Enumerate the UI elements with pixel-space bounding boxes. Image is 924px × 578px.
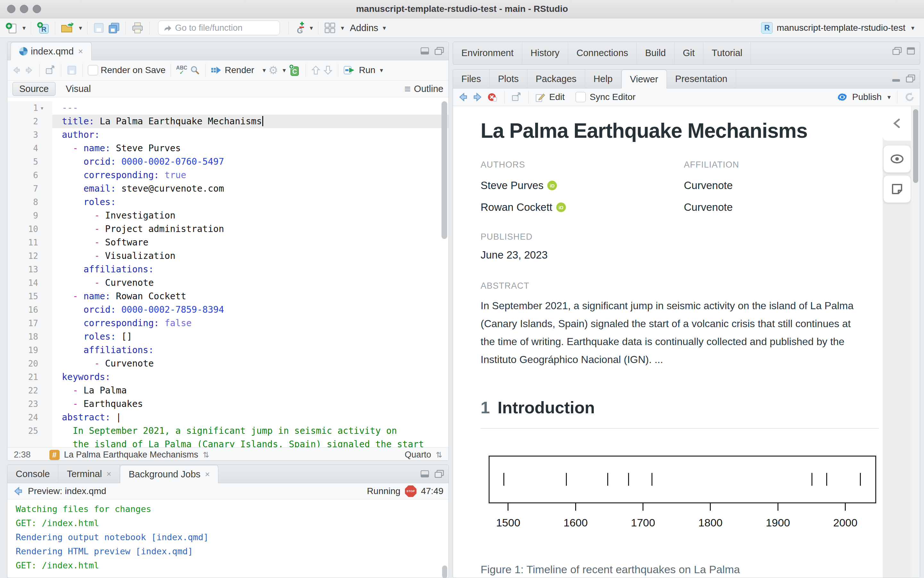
- save-icon[interactable]: [93, 22, 105, 34]
- restore-pane-icon[interactable]: [892, 47, 902, 55]
- editor-scrollbar[interactable]: [441, 101, 447, 239]
- back-icon[interactable]: [457, 92, 469, 102]
- goto-file-input[interactable]: Go to file/function: [158, 21, 280, 35]
- file-format-caret-icon[interactable]: ⇅: [436, 450, 442, 459]
- render-caret-icon[interactable]: ▾: [263, 66, 266, 74]
- popout-icon[interactable]: [45, 65, 56, 76]
- spellcheck-icon[interactable]: ABC✓: [176, 66, 187, 75]
- editor-tab-index-qmd[interactable]: index.qmd ×: [11, 42, 92, 60]
- maximize-pane-icon[interactable]: [906, 47, 915, 55]
- code-line[interactable]: 12 - Visualization: [7, 249, 449, 263]
- forward-icon[interactable]: [24, 65, 34, 75]
- tab-tutorial[interactable]: Tutorial: [703, 42, 751, 64]
- run-button[interactable]: Run: [359, 65, 375, 75]
- maximize-pane-icon[interactable]: [906, 74, 915, 83]
- code-line[interactable]: 1▾---: [7, 101, 449, 115]
- maximize-pane-icon[interactable]: [434, 47, 444, 55]
- code-line[interactable]: 25 In September 2021, a significant jump…: [7, 424, 449, 438]
- tab-plots[interactable]: Plots: [490, 70, 527, 88]
- code-line[interactable]: 4 - name: Steve Purves: [7, 141, 449, 155]
- tab-visual[interactable]: Visual: [62, 82, 94, 96]
- tab-build[interactable]: Build: [637, 42, 675, 64]
- code-line[interactable]: 5 orcid: 0000-0002-0760-5497: [7, 155, 449, 169]
- tab-terminal[interactable]: Terminal×: [59, 465, 120, 483]
- edit-icon[interactable]: [535, 92, 545, 102]
- publish-icon[interactable]: [836, 91, 848, 103]
- open-file-icon[interactable]: [60, 21, 74, 34]
- print-icon[interactable]: [131, 21, 144, 34]
- close-tab-icon[interactable]: ×: [78, 47, 83, 57]
- maximize-pane-icon[interactable]: [434, 470, 444, 478]
- viewer-scrollbar-track[interactable]: [911, 106, 920, 578]
- console-scrollbar[interactable]: [442, 565, 447, 578]
- orcid-icon[interactable]: iD: [547, 181, 557, 190]
- render-on-save-checkbox[interactable]: [88, 65, 98, 75]
- tab-git[interactable]: Git: [675, 42, 703, 64]
- back-icon[interactable]: [11, 65, 21, 75]
- code-line[interactable]: 2title: La Palma Earthquake Mechanisms: [7, 115, 449, 128]
- code-line[interactable]: 15 - name: Rowan Cockett: [7, 290, 449, 303]
- code-line[interactable]: 16 orcid: 0000-0002-7859-8394: [7, 303, 449, 317]
- gear-caret-icon[interactable]: ▾: [283, 66, 286, 74]
- code-line[interactable]: 17 corresponding: false: [7, 317, 449, 330]
- publish-caret-icon[interactable]: ▾: [887, 93, 891, 101]
- tab-presentation[interactable]: Presentation: [667, 70, 736, 88]
- minimize-pane-icon[interactable]: [420, 47, 430, 55]
- tab-console[interactable]: Console: [7, 465, 59, 483]
- visibility-button[interactable]: [883, 145, 911, 173]
- close-window-button[interactable]: [7, 5, 15, 13]
- version-control-caret-icon[interactable]: ▾: [310, 24, 313, 32]
- code-line[interactable]: 18 roles: []: [7, 330, 449, 343]
- tab-history[interactable]: History: [522, 42, 568, 64]
- save-file-icon[interactable]: [67, 65, 77, 76]
- minimize-pane-icon[interactable]: [891, 75, 901, 82]
- pane-layout-caret-icon[interactable]: ▾: [341, 24, 344, 32]
- minimize-pane-icon[interactable]: [420, 470, 430, 478]
- stop-job-icon[interactable]: STOP: [405, 485, 416, 497]
- code-line[interactable]: 23 - Earthquakes: [7, 397, 449, 411]
- pane-layout-icon[interactable]: [324, 21, 336, 34]
- section-navigator-caret-icon[interactable]: ⇅: [203, 450, 209, 459]
- gear-icon[interactable]: ⚙: [268, 64, 278, 76]
- tab-help[interactable]: Help: [585, 70, 621, 88]
- code-line[interactable]: 19 affiliations:: [7, 343, 449, 357]
- zoom-window-button[interactable]: [33, 5, 41, 13]
- outline-button[interactable]: ≡ Outline: [404, 83, 443, 95]
- notes-button[interactable]: [883, 175, 911, 203]
- edit-button[interactable]: Edit: [549, 92, 564, 102]
- close-tab-icon[interactable]: ×: [106, 469, 111, 479]
- project-picker[interactable]: R manuscript-template-rstudio-test ▾: [761, 22, 914, 34]
- code-line[interactable]: the island of La Palma (Canary Islands, …: [7, 438, 449, 447]
- insert-chunk-icon[interactable]: C: [288, 64, 300, 76]
- close-tab-icon[interactable]: ×: [205, 469, 210, 479]
- new-project-icon[interactable]: R: [36, 21, 50, 35]
- run-icon[interactable]: [343, 65, 356, 75]
- section-navigator[interactable]: La Palma Earthquake Mechanisms: [64, 450, 198, 460]
- tab-source[interactable]: Source: [13, 82, 55, 96]
- render-icon[interactable]: [211, 65, 222, 75]
- addins-menu[interactable]: Addins: [350, 23, 378, 33]
- publish-button[interactable]: Publish: [852, 92, 882, 102]
- tab-packages[interactable]: Packages: [527, 70, 585, 88]
- save-all-icon[interactable]: [107, 21, 120, 34]
- clear-viewer-icon[interactable]: [487, 92, 498, 102]
- tab-viewer[interactable]: Viewer: [621, 70, 667, 88]
- popout-icon[interactable]: [511, 92, 522, 102]
- new-file-icon[interactable]: [5, 21, 18, 34]
- code-line[interactable]: 22 - La Palma: [7, 384, 449, 397]
- code-line[interactable]: 21keywords:: [7, 370, 449, 384]
- addins-caret-icon[interactable]: ▾: [383, 24, 386, 32]
- tab-environment[interactable]: Environment: [453, 42, 522, 64]
- code-line[interactable]: 20 - Curvenote: [7, 357, 449, 370]
- code-line[interactable]: 13 affiliations:: [7, 263, 449, 276]
- tab-files[interactable]: Files: [453, 70, 490, 88]
- code-line[interactable]: 7 email: steve@curvenote.com: [7, 182, 449, 195]
- code-line[interactable]: 8 roles:: [7, 195, 449, 209]
- refresh-icon[interactable]: [904, 91, 915, 103]
- viewer-scrollbar[interactable]: [913, 109, 918, 183]
- back-icon[interactable]: [13, 486, 23, 497]
- tab-connections[interactable]: Connections: [568, 42, 637, 64]
- version-control-icon[interactable]: G: [294, 21, 305, 35]
- render-button[interactable]: Render: [225, 65, 254, 75]
- file-format[interactable]: Quarto: [405, 450, 431, 460]
